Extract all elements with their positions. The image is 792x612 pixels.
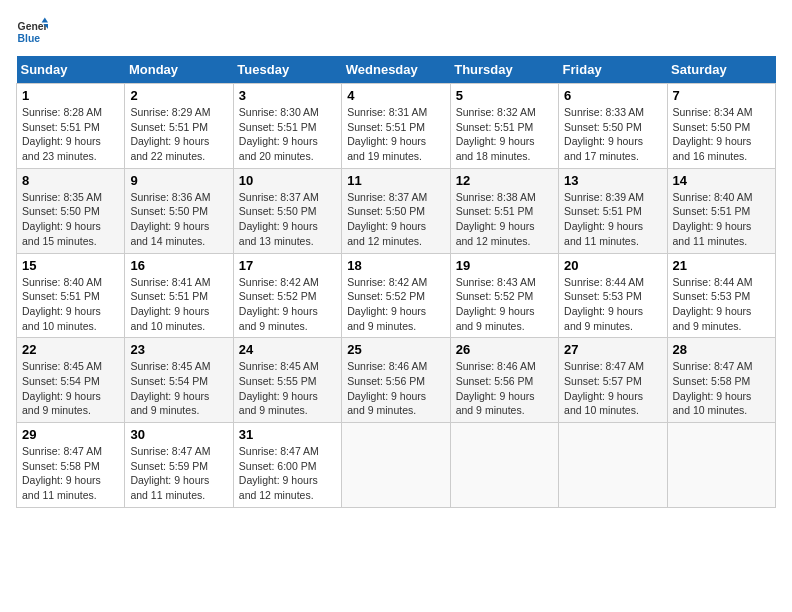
calendar-week-row: 1 Sunrise: 8:28 AM Sunset: 5:51 PM Dayli… bbox=[17, 84, 776, 169]
calendar-cell: 29 Sunrise: 8:47 AM Sunset: 5:58 PM Dayl… bbox=[17, 423, 125, 508]
day-info: Sunrise: 8:29 AM Sunset: 5:51 PM Dayligh… bbox=[130, 105, 227, 164]
day-number: 22 bbox=[22, 342, 119, 357]
calendar-cell: 20 Sunrise: 8:44 AM Sunset: 5:53 PM Dayl… bbox=[559, 253, 667, 338]
calendar-cell: 13 Sunrise: 8:39 AM Sunset: 5:51 PM Dayl… bbox=[559, 168, 667, 253]
day-number: 2 bbox=[130, 88, 227, 103]
day-info: Sunrise: 8:44 AM Sunset: 5:53 PM Dayligh… bbox=[673, 275, 770, 334]
header-thursday: Thursday bbox=[450, 56, 558, 84]
day-number: 14 bbox=[673, 173, 770, 188]
day-info: Sunrise: 8:46 AM Sunset: 5:56 PM Dayligh… bbox=[456, 359, 553, 418]
calendar-cell: 14 Sunrise: 8:40 AM Sunset: 5:51 PM Dayl… bbox=[667, 168, 775, 253]
calendar-week-row: 29 Sunrise: 8:47 AM Sunset: 5:58 PM Dayl… bbox=[17, 423, 776, 508]
header: General Blue bbox=[16, 16, 776, 48]
calendar-cell: 21 Sunrise: 8:44 AM Sunset: 5:53 PM Dayl… bbox=[667, 253, 775, 338]
calendar-cell: 17 Sunrise: 8:42 AM Sunset: 5:52 PM Dayl… bbox=[233, 253, 341, 338]
day-number: 24 bbox=[239, 342, 336, 357]
day-info: Sunrise: 8:47 AM Sunset: 5:58 PM Dayligh… bbox=[673, 359, 770, 418]
day-info: Sunrise: 8:30 AM Sunset: 5:51 PM Dayligh… bbox=[239, 105, 336, 164]
calendar-cell: 5 Sunrise: 8:32 AM Sunset: 5:51 PM Dayli… bbox=[450, 84, 558, 169]
calendar-cell: 23 Sunrise: 8:45 AM Sunset: 5:54 PM Dayl… bbox=[125, 338, 233, 423]
calendar-week-row: 22 Sunrise: 8:45 AM Sunset: 5:54 PM Dayl… bbox=[17, 338, 776, 423]
logo: General Blue bbox=[16, 16, 48, 48]
day-info: Sunrise: 8:43 AM Sunset: 5:52 PM Dayligh… bbox=[456, 275, 553, 334]
day-info: Sunrise: 8:45 AM Sunset: 5:55 PM Dayligh… bbox=[239, 359, 336, 418]
calendar-cell: 10 Sunrise: 8:37 AM Sunset: 5:50 PM Dayl… bbox=[233, 168, 341, 253]
day-number: 18 bbox=[347, 258, 444, 273]
day-info: Sunrise: 8:40 AM Sunset: 5:51 PM Dayligh… bbox=[22, 275, 119, 334]
day-info: Sunrise: 8:28 AM Sunset: 5:51 PM Dayligh… bbox=[22, 105, 119, 164]
day-number: 29 bbox=[22, 427, 119, 442]
day-number: 16 bbox=[130, 258, 227, 273]
calendar-cell: 8 Sunrise: 8:35 AM Sunset: 5:50 PM Dayli… bbox=[17, 168, 125, 253]
header-sunday: Sunday bbox=[17, 56, 125, 84]
calendar-cell: 24 Sunrise: 8:45 AM Sunset: 5:55 PM Dayl… bbox=[233, 338, 341, 423]
calendar-cell bbox=[559, 423, 667, 508]
day-info: Sunrise: 8:41 AM Sunset: 5:51 PM Dayligh… bbox=[130, 275, 227, 334]
day-number: 27 bbox=[564, 342, 661, 357]
day-info: Sunrise: 8:42 AM Sunset: 5:52 PM Dayligh… bbox=[347, 275, 444, 334]
day-number: 11 bbox=[347, 173, 444, 188]
day-info: Sunrise: 8:47 AM Sunset: 5:59 PM Dayligh… bbox=[130, 444, 227, 503]
day-info: Sunrise: 8:37 AM Sunset: 5:50 PM Dayligh… bbox=[239, 190, 336, 249]
calendar-cell bbox=[667, 423, 775, 508]
day-info: Sunrise: 8:42 AM Sunset: 5:52 PM Dayligh… bbox=[239, 275, 336, 334]
calendar-cell bbox=[342, 423, 450, 508]
day-number: 5 bbox=[456, 88, 553, 103]
header-monday: Monday bbox=[125, 56, 233, 84]
day-number: 28 bbox=[673, 342, 770, 357]
day-info: Sunrise: 8:33 AM Sunset: 5:50 PM Dayligh… bbox=[564, 105, 661, 164]
day-number: 7 bbox=[673, 88, 770, 103]
day-info: Sunrise: 8:36 AM Sunset: 5:50 PM Dayligh… bbox=[130, 190, 227, 249]
calendar-table: SundayMondayTuesdayWednesdayThursdayFrid… bbox=[16, 56, 776, 508]
day-info: Sunrise: 8:44 AM Sunset: 5:53 PM Dayligh… bbox=[564, 275, 661, 334]
calendar-cell: 22 Sunrise: 8:45 AM Sunset: 5:54 PM Dayl… bbox=[17, 338, 125, 423]
day-number: 25 bbox=[347, 342, 444, 357]
day-info: Sunrise: 8:47 AM Sunset: 5:57 PM Dayligh… bbox=[564, 359, 661, 418]
calendar-cell: 3 Sunrise: 8:30 AM Sunset: 5:51 PM Dayli… bbox=[233, 84, 341, 169]
calendar-cell: 16 Sunrise: 8:41 AM Sunset: 5:51 PM Dayl… bbox=[125, 253, 233, 338]
day-number: 8 bbox=[22, 173, 119, 188]
calendar-cell: 18 Sunrise: 8:42 AM Sunset: 5:52 PM Dayl… bbox=[342, 253, 450, 338]
day-number: 21 bbox=[673, 258, 770, 273]
calendar-cell: 7 Sunrise: 8:34 AM Sunset: 5:50 PM Dayli… bbox=[667, 84, 775, 169]
calendar-week-row: 8 Sunrise: 8:35 AM Sunset: 5:50 PM Dayli… bbox=[17, 168, 776, 253]
calendar-week-row: 15 Sunrise: 8:40 AM Sunset: 5:51 PM Dayl… bbox=[17, 253, 776, 338]
day-number: 30 bbox=[130, 427, 227, 442]
header-saturday: Saturday bbox=[667, 56, 775, 84]
day-number: 23 bbox=[130, 342, 227, 357]
day-number: 19 bbox=[456, 258, 553, 273]
calendar-cell: 12 Sunrise: 8:38 AM Sunset: 5:51 PM Dayl… bbox=[450, 168, 558, 253]
day-info: Sunrise: 8:35 AM Sunset: 5:50 PM Dayligh… bbox=[22, 190, 119, 249]
calendar-cell: 31 Sunrise: 8:47 AM Sunset: 6:00 PM Dayl… bbox=[233, 423, 341, 508]
day-number: 13 bbox=[564, 173, 661, 188]
calendar-cell: 9 Sunrise: 8:36 AM Sunset: 5:50 PM Dayli… bbox=[125, 168, 233, 253]
day-info: Sunrise: 8:34 AM Sunset: 5:50 PM Dayligh… bbox=[673, 105, 770, 164]
day-number: 10 bbox=[239, 173, 336, 188]
day-number: 12 bbox=[456, 173, 553, 188]
day-number: 17 bbox=[239, 258, 336, 273]
calendar-cell: 30 Sunrise: 8:47 AM Sunset: 5:59 PM Dayl… bbox=[125, 423, 233, 508]
calendar-cell: 11 Sunrise: 8:37 AM Sunset: 5:50 PM Dayl… bbox=[342, 168, 450, 253]
calendar-cell: 26 Sunrise: 8:46 AM Sunset: 5:56 PM Dayl… bbox=[450, 338, 558, 423]
calendar-cell: 25 Sunrise: 8:46 AM Sunset: 5:56 PM Dayl… bbox=[342, 338, 450, 423]
day-number: 20 bbox=[564, 258, 661, 273]
calendar-cell: 15 Sunrise: 8:40 AM Sunset: 5:51 PM Dayl… bbox=[17, 253, 125, 338]
day-info: Sunrise: 8:45 AM Sunset: 5:54 PM Dayligh… bbox=[130, 359, 227, 418]
day-info: Sunrise: 8:40 AM Sunset: 5:51 PM Dayligh… bbox=[673, 190, 770, 249]
day-info: Sunrise: 8:37 AM Sunset: 5:50 PM Dayligh… bbox=[347, 190, 444, 249]
day-number: 4 bbox=[347, 88, 444, 103]
day-info: Sunrise: 8:47 AM Sunset: 6:00 PM Dayligh… bbox=[239, 444, 336, 503]
calendar-cell: 6 Sunrise: 8:33 AM Sunset: 5:50 PM Dayli… bbox=[559, 84, 667, 169]
logo-icon: General Blue bbox=[16, 16, 48, 48]
calendar-cell: 4 Sunrise: 8:31 AM Sunset: 5:51 PM Dayli… bbox=[342, 84, 450, 169]
day-number: 6 bbox=[564, 88, 661, 103]
day-info: Sunrise: 8:45 AM Sunset: 5:54 PM Dayligh… bbox=[22, 359, 119, 418]
day-info: Sunrise: 8:31 AM Sunset: 5:51 PM Dayligh… bbox=[347, 105, 444, 164]
calendar-cell bbox=[450, 423, 558, 508]
calendar-cell: 27 Sunrise: 8:47 AM Sunset: 5:57 PM Dayl… bbox=[559, 338, 667, 423]
calendar-cell: 1 Sunrise: 8:28 AM Sunset: 5:51 PM Dayli… bbox=[17, 84, 125, 169]
day-number: 15 bbox=[22, 258, 119, 273]
svg-text:General: General bbox=[18, 21, 48, 32]
header-friday: Friday bbox=[559, 56, 667, 84]
header-wednesday: Wednesday bbox=[342, 56, 450, 84]
